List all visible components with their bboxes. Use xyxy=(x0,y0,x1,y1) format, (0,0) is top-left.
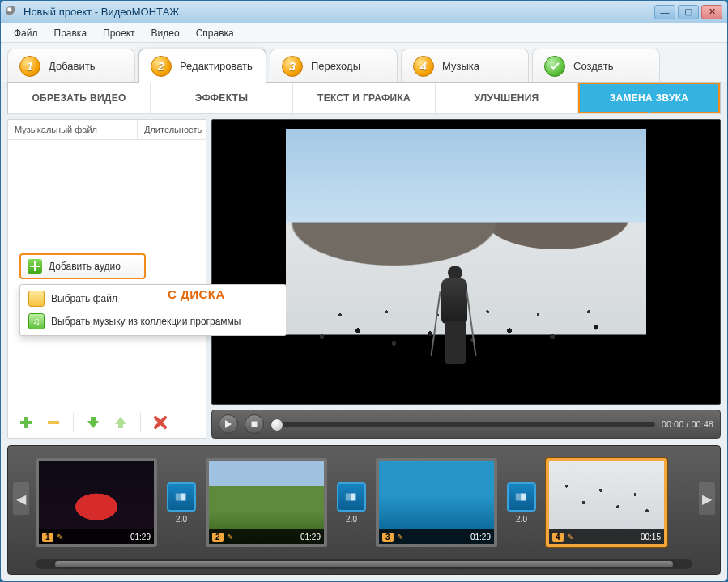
move-down-button[interactable] xyxy=(83,413,103,432)
add-audio-button[interactable]: Добавить аудио xyxy=(19,253,146,279)
add-audio-label: Добавить аудио xyxy=(49,261,121,272)
seek-slider[interactable] xyxy=(270,422,655,427)
menu-help[interactable]: Справка xyxy=(189,26,241,40)
step-add[interactable]: 1 Добавить xyxy=(7,49,135,83)
remove-item-button[interactable] xyxy=(44,413,63,432)
app-window: Новый проект - ВидеоМОНТАЖ — ▢ ✕ Файл Пр… xyxy=(0,0,728,582)
timeline-clip[interactable]: 3 ✎ 01:29 xyxy=(376,458,497,547)
clip-duration: 01:29 xyxy=(470,533,491,542)
clip-duration: 01:29 xyxy=(130,533,151,542)
menu-file[interactable]: Файл xyxy=(7,26,45,40)
subtab-improve[interactable]: УЛУЧШЕНИЯ xyxy=(435,83,577,113)
preview-panel: 00:00 / 00:48 xyxy=(211,119,721,439)
menu-choose-file[interactable]: Выбрать файл xyxy=(20,287,286,310)
timeline: ◀ ▶ 1 ✎ 01:29 2.0 2 xyxy=(7,445,721,575)
menu-edit[interactable]: Правка xyxy=(48,26,94,40)
transition-duration: 2.0 xyxy=(505,515,538,524)
step-label: Редактировать xyxy=(180,60,253,72)
menu-video[interactable]: Видео xyxy=(145,26,186,40)
svg-rect-5 xyxy=(181,493,185,500)
clip-index: 3 xyxy=(382,533,394,542)
svg-rect-1 xyxy=(20,421,32,424)
audio-list-toolbar xyxy=(8,406,206,438)
titlebar: Новый проект - ВидеоМОНТАЖ — ▢ ✕ xyxy=(1,1,727,23)
music-notes-icon: ♫ xyxy=(28,313,45,329)
add-item-button[interactable] xyxy=(16,413,36,432)
timeline-clip[interactable]: 4 ✎ 00:15 xyxy=(546,458,667,547)
audio-panel: Музыкальный файл Длительность Добавить а… xyxy=(7,119,206,439)
col-duration: Длительность xyxy=(138,120,206,139)
step-transitions[interactable]: 3 Переходы xyxy=(270,49,398,83)
timeline-next-button[interactable]: ▶ xyxy=(699,482,715,515)
subtab-effects[interactable]: ЭФФЕКТЫ xyxy=(150,83,292,113)
transition-icon xyxy=(507,482,536,512)
pencil-icon[interactable]: ✎ xyxy=(397,533,403,542)
stop-button[interactable] xyxy=(245,414,264,434)
main-area: Музыкальный файл Длительность Добавить а… xyxy=(7,119,721,439)
audio-table-body: Добавить аудио С ДИСКА Выбрать файл ♫ Вы… xyxy=(8,140,206,406)
clip-index: 1 xyxy=(42,533,53,542)
player-controls: 00:00 / 00:48 xyxy=(211,410,721,439)
workflow-tabs: 1 Добавить 2 Редактировать 3 Переходы 4 … xyxy=(1,43,727,82)
transition-icon xyxy=(337,482,366,512)
video-frame-image xyxy=(286,129,646,396)
pencil-icon[interactable]: ✎ xyxy=(227,533,233,542)
pencil-icon[interactable]: ✎ xyxy=(567,533,573,542)
video-preview[interactable] xyxy=(211,119,721,405)
svg-rect-3 xyxy=(252,422,258,427)
transition-slot[interactable]: 2.0 xyxy=(165,482,198,524)
subtab-text[interactable]: ТЕКСТ И ГРАФИКА xyxy=(292,83,435,113)
close-button[interactable]: ✕ xyxy=(701,5,722,19)
audio-table-header: Музыкальный файл Длительность xyxy=(8,120,206,140)
step-label: Создать xyxy=(573,60,613,72)
step-edit[interactable]: 2 Редактировать xyxy=(138,49,266,83)
step-badge-3: 3 xyxy=(282,56,303,77)
play-button[interactable] xyxy=(219,414,238,434)
svg-rect-8 xyxy=(516,493,521,500)
step-badge-2: 2 xyxy=(151,56,172,77)
step-badge-1: 1 xyxy=(19,56,40,77)
clip-duration: 01:29 xyxy=(300,533,321,542)
maximize-button[interactable]: ▢ xyxy=(678,5,699,19)
svg-rect-4 xyxy=(176,493,181,500)
svg-rect-7 xyxy=(351,493,355,500)
step-create[interactable]: Создать xyxy=(532,49,660,83)
clip-index: 2 xyxy=(212,533,224,542)
timeline-clips: 1 ✎ 01:29 2.0 2 ✎ 01:29 xyxy=(36,451,692,554)
plus-icon xyxy=(28,259,42,274)
step-badge-4: 4 xyxy=(413,56,434,77)
folder-icon xyxy=(28,291,45,307)
clip-duration: 00:15 xyxy=(641,533,661,542)
step-label: Добавить xyxy=(49,60,95,72)
time-display: 00:00 / 00:48 xyxy=(662,419,713,429)
menubar: Файл Правка Проект Видео Справка xyxy=(1,23,727,43)
step-label: Переходы xyxy=(311,60,360,72)
transition-slot[interactable]: 2.0 xyxy=(335,482,368,524)
menu-project[interactable]: Проект xyxy=(96,26,142,40)
minimize-button[interactable]: — xyxy=(654,5,675,19)
timeline-prev-button[interactable]: ◀ xyxy=(13,482,29,515)
menu-choose-library[interactable]: ♫ Выбрать музыку из коллекции программы xyxy=(20,310,286,333)
col-file: Музыкальный файл xyxy=(8,120,138,139)
move-up-button[interactable] xyxy=(111,413,130,432)
transition-slot[interactable]: 2.0 xyxy=(505,482,538,524)
app-icon xyxy=(6,6,19,19)
edit-subtabs: ОБРЕЗАТЬ ВИДЕО ЭФФЕКТЫ ТЕКСТ И ГРАФИКА У… xyxy=(7,83,721,114)
window-title: Новый проект - ВидеоМОНТАЖ xyxy=(23,6,179,18)
transition-icon xyxy=(167,482,196,512)
timeline-scrollbar[interactable] xyxy=(36,559,692,569)
add-audio-menu: С ДИСКА Выбрать файл ♫ Выбрать музыку из… xyxy=(19,284,287,336)
clip-index: 4 xyxy=(552,533,564,542)
step-label: Музыка xyxy=(442,60,479,72)
step-music[interactable]: 4 Музыка xyxy=(401,49,529,83)
timeline-clip[interactable]: 1 ✎ 01:29 xyxy=(36,458,157,547)
pencil-icon[interactable]: ✎ xyxy=(57,533,63,542)
svg-rect-9 xyxy=(521,493,526,500)
svg-rect-2 xyxy=(48,421,59,424)
subtab-replace-sound[interactable]: ЗАМЕНА ЗВУКА xyxy=(577,83,720,113)
transition-duration: 2.0 xyxy=(165,515,198,524)
transition-duration: 2.0 xyxy=(335,515,368,524)
timeline-clip[interactable]: 2 ✎ 01:29 xyxy=(206,458,327,547)
subtab-crop[interactable]: ОБРЕЗАТЬ ВИДЕО xyxy=(8,83,150,113)
delete-button[interactable] xyxy=(151,413,170,432)
